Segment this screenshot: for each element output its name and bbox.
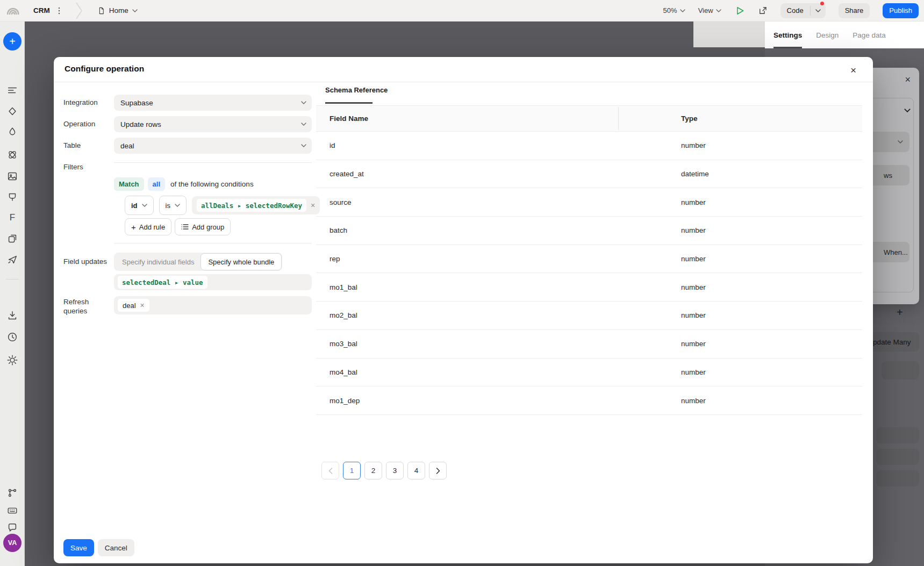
chevron-right-icon — [436, 468, 440, 474]
schema-reference-tab[interactable]: Schema Reference — [325, 86, 388, 94]
tab-settings[interactable]: Settings — [773, 22, 802, 48]
refresh-queries-input[interactable]: deal × — [114, 296, 312, 314]
integration-select[interactable]: Supabase — [114, 95, 312, 111]
segment-whole-bundle[interactable]: Specify whole bundle — [200, 253, 282, 270]
code-dropdown-chevron[interactable] — [811, 3, 826, 18]
keyboard-icon[interactable] — [6, 505, 18, 517]
field-name-cell: source — [316, 198, 618, 206]
code-button[interactable]: Code — [780, 3, 826, 18]
app-menu-kebab-icon[interactable] — [55, 6, 63, 15]
pagination-page-button[interactable]: 2 — [364, 462, 382, 479]
segment-individual-fields[interactable]: Specify individual fields — [115, 254, 201, 270]
preview-play-icon[interactable] — [734, 5, 745, 16]
field-name-cell: mo3_bal — [316, 340, 618, 348]
add-rule-button[interactable]: + Add rule — [125, 218, 171, 235]
breadcrumb-separator — [75, 1, 83, 20]
integration-label: Integration — [63, 98, 98, 106]
droplet-icon[interactable] — [6, 126, 18, 138]
field-name-cell: rep — [316, 255, 618, 263]
table-row: mo4_balnumber — [316, 359, 862, 387]
field-name-cell: created_at — [316, 170, 618, 178]
nodes-icon[interactable] — [6, 487, 18, 499]
diamond-icon[interactable] — [6, 105, 18, 117]
paint-bucket-icon[interactable] — [6, 191, 18, 203]
table-row: mo1_depnumber — [316, 386, 862, 415]
image-icon[interactable] — [6, 170, 18, 182]
bundle-token[interactable]: selectedDeal ▸ value — [118, 276, 207, 289]
font-icon[interactable]: F — [6, 212, 18, 224]
navigator-lines-icon[interactable] — [6, 84, 18, 96]
refresh-query-tag: deal × — [118, 299, 149, 312]
column-header-type: Type — [618, 114, 862, 123]
add-group-button[interactable]: Add group — [175, 218, 231, 235]
schema-table: Field Name Type idnumbercreated_atdateti… — [316, 105, 862, 415]
breadcrumb[interactable]: Home — [97, 6, 138, 15]
chevron-down-icon — [132, 9, 138, 12]
modal-title: Configure operation — [65, 64, 144, 74]
rocket-icon[interactable] — [6, 254, 18, 266]
pagination-page-button[interactable]: 4 — [407, 462, 425, 479]
operation-select[interactable]: Update rows — [114, 116, 312, 132]
table-select[interactable]: deal — [114, 138, 312, 154]
save-button[interactable]: Save — [63, 539, 94, 556]
clock-icon[interactable] — [6, 331, 18, 343]
tab-design[interactable]: Design — [816, 22, 839, 48]
pagination: 1234 — [321, 462, 447, 479]
chevron-left-icon — [328, 468, 333, 474]
atom-icon[interactable] — [6, 149, 18, 161]
tab-page-data[interactable]: Page data — [853, 22, 886, 48]
type-cell: number — [618, 340, 862, 348]
code-button-label: Code — [780, 3, 810, 18]
pagination-page-button[interactable]: 3 — [386, 462, 404, 479]
notification-dot — [820, 2, 824, 5]
bundle-value-input[interactable]: selectedDeal ▸ value — [114, 274, 312, 290]
match-mode-pill[interactable]: all — [148, 177, 165, 191]
modal-header-divider — [54, 82, 873, 82]
view-dropdown[interactable]: View — [698, 6, 721, 15]
type-cell: number — [618, 368, 862, 376]
type-cell: number — [618, 255, 862, 263]
pagination-prev-button[interactable] — [321, 462, 339, 479]
match-row: Match all of the following conditions — [114, 177, 254, 191]
frames-icon[interactable] — [6, 233, 18, 245]
publish-button[interactable]: Publish — [883, 3, 919, 18]
remove-tag-icon[interactable]: × — [140, 301, 145, 310]
rule-value-token[interactable]: allDeals ▸ selectedRowKey — [197, 199, 306, 212]
schema-table-header: Field Name Type — [316, 105, 862, 132]
filters-label: Filters — [63, 163, 83, 171]
share-button[interactable]: Share — [839, 3, 870, 18]
table-row: batchnumber — [316, 217, 862, 245]
filter-rule-row: id is allDeals ▸ selectedRowKey × — [125, 196, 320, 215]
plus-icon: + — [131, 223, 136, 232]
filter-actions-row: + Add rule Add group — [125, 218, 231, 235]
match-pill[interactable]: Match — [114, 177, 144, 191]
remove-rule-value-icon[interactable]: × — [311, 201, 315, 210]
cancel-button[interactable]: Cancel — [98, 539, 134, 556]
open-external-icon[interactable] — [758, 6, 768, 16]
pagination-next-button[interactable] — [429, 462, 447, 479]
chevron-down-icon — [301, 123, 306, 126]
rule-operator-select[interactable]: is — [159, 196, 187, 215]
zoom-level-dropdown[interactable]: 50% — [663, 6, 685, 15]
table-row: mo3_balnumber — [316, 330, 862, 359]
gear-icon[interactable] — [6, 354, 18, 366]
rule-field-select[interactable]: id — [125, 196, 154, 215]
chat-icon[interactable] — [6, 522, 18, 534]
left-toolbar: + F ? VA — [0, 22, 25, 566]
app-logo-icon[interactable] — [4, 3, 22, 20]
page-icon — [97, 6, 105, 15]
canvas-top-strip — [693, 22, 765, 47]
table-row: mo2_balnumber — [316, 302, 862, 330]
operation-label: Operation — [63, 120, 95, 128]
user-avatar[interactable]: VA — [3, 534, 22, 552]
field-updates-segmented-control: Specify individual fields Specify whole … — [114, 253, 282, 271]
modal-close-icon[interactable]: × — [848, 62, 858, 78]
table-row: created_atdatetime — [316, 160, 862, 189]
table-row: idnumber — [316, 132, 862, 160]
breadcrumb-page-name: Home — [109, 6, 128, 15]
list-icon — [181, 224, 189, 230]
add-element-button[interactable]: + — [3, 32, 22, 51]
pagination-page-button[interactable]: 1 — [343, 462, 361, 479]
download-icon[interactable] — [6, 310, 18, 321]
type-cell: number — [618, 311, 862, 319]
